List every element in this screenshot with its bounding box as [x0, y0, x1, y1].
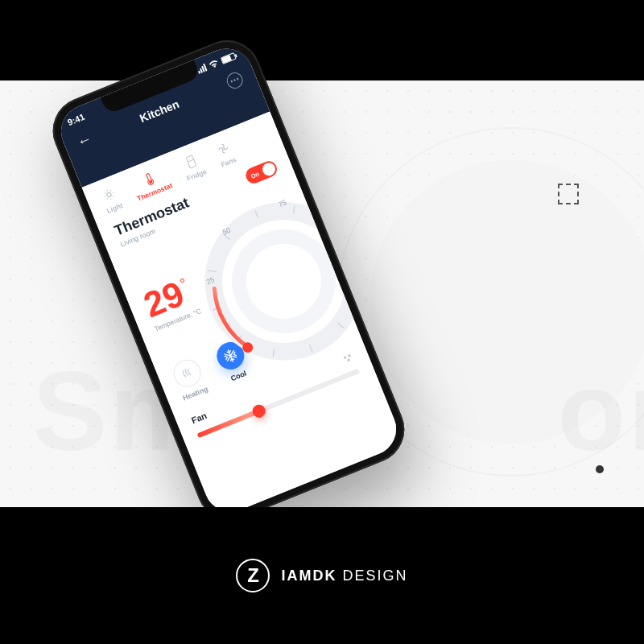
brand-logo: Z [236, 559, 270, 592]
tab-label: Thermostat [136, 181, 174, 203]
svg-point-25 [348, 354, 352, 358]
dot-decor [596, 465, 604, 473]
back-button[interactable]: ← [75, 130, 95, 151]
brand-name: IAMDK DESIGN [281, 568, 407, 584]
tab-fridge[interactable]: Fridge [179, 151, 208, 182]
tab-label: Light [105, 201, 124, 215]
fan-icon [341, 350, 355, 365]
fridge-icon [182, 152, 200, 171]
fan-label: Fan [190, 411, 208, 425]
svg-point-0 [106, 192, 112, 197]
mode-heating[interactable]: Heating [169, 356, 209, 402]
svg-line-3 [188, 159, 193, 162]
mode-label: Heating [182, 385, 209, 402]
selection-marquee-icon [558, 184, 579, 204]
svg-rect-2 [186, 155, 196, 167]
light-icon [100, 185, 118, 204]
brand-footer: Z IAMDK DESIGN [0, 507, 644, 644]
slider-knob[interactable] [250, 402, 267, 419]
tab-thermostat[interactable]: Thermostat [130, 165, 174, 203]
svg-point-26 [347, 358, 351, 362]
tab-light[interactable]: Light [99, 185, 124, 215]
page-title: Kitchen [138, 97, 181, 124]
toggle-label: On [250, 170, 260, 180]
thermostat-icon [140, 169, 159, 188]
tab-fans[interactable]: Fans [213, 139, 237, 169]
more-button[interactable] [224, 70, 245, 91]
svg-point-4 [222, 147, 225, 150]
tab-label: Fans [220, 155, 237, 169]
svg-point-24 [343, 356, 347, 360]
fan-icon [214, 139, 233, 158]
svg-point-1 [149, 180, 152, 184]
svg-point-6 [225, 223, 341, 339]
